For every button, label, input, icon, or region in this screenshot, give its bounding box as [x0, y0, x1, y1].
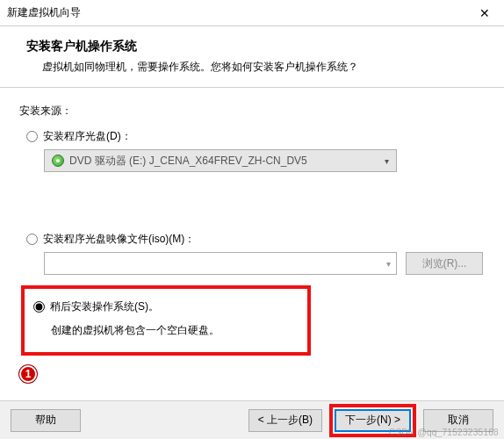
- window-title: 新建虚拟机向导: [7, 5, 464, 20]
- option-later-desc: 创建的虚拟机将包含一个空白硬盘。: [51, 323, 295, 338]
- wizard-header: 安装客户机操作系统 虚拟机如同物理机，需要操作系统。您将如何安装客户机操作系统？: [0, 26, 504, 88]
- iso-path-combobox[interactable]: ▾: [44, 252, 397, 275]
- browse-button: 浏览(R)...: [406, 252, 483, 275]
- page-subheading: 虚拟机如同物理机，需要操作系统。您将如何安装客户机操作系统？: [42, 60, 483, 75]
- cancel-button[interactable]: 取消: [423, 409, 493, 432]
- option-iso[interactable]: 安装程序光盘映像文件(iso)(M)：: [26, 232, 485, 247]
- content-area: 安装来源： 安装程序光盘(D)： DVD 驱动器 (E:) J_CENA_X64…: [0, 88, 504, 356]
- option-later-label: 稍后安装操作系统(S)。: [50, 299, 159, 314]
- titlebar: 新建虚拟机向导 ✕: [0, 0, 504, 26]
- radio-disc[interactable]: [26, 131, 38, 142]
- annotation-badge-1: 1: [19, 365, 37, 383]
- page-heading: 安装客户机操作系统: [26, 39, 483, 54]
- next-button[interactable]: 下一步(N) >: [335, 409, 411, 432]
- disc-icon: [52, 155, 64, 167]
- option-disc[interactable]: 安装程序光盘(D)：: [26, 129, 485, 144]
- radio-iso[interactable]: [26, 234, 38, 245]
- option-later[interactable]: 稍后安装操作系统(S)。: [33, 299, 295, 314]
- chevron-down-icon: ▾: [385, 156, 389, 166]
- option-disc-label: 安装程序光盘(D)：: [43, 129, 132, 144]
- radio-later[interactable]: [33, 301, 45, 313]
- close-button[interactable]: ✕: [464, 0, 504, 26]
- chevron-down-icon: ▾: [386, 259, 391, 269]
- wizard-footer: 帮助 < 上一步(B) 下一步(N) > 取消: [0, 400, 504, 439]
- source-label: 安装来源：: [19, 104, 485, 119]
- option-iso-label: 安装程序光盘映像文件(iso)(M)：: [43, 232, 195, 247]
- close-icon: ✕: [479, 6, 490, 20]
- disc-drive-text: DVD 驱动器 (E:) J_CENA_X64FREV_ZH-CN_DV5: [69, 154, 307, 169]
- disc-drive-dropdown[interactable]: DVD 驱动器 (E:) J_CENA_X64FREV_ZH-CN_DV5 ▾: [44, 149, 397, 172]
- browse-button-label: 浏览(R)...: [422, 256, 467, 271]
- help-button[interactable]: 帮助: [11, 409, 81, 432]
- next-button-highlight-box: 下一步(N) >: [329, 404, 416, 437]
- back-button[interactable]: < 上一步(B): [248, 409, 322, 432]
- option-later-highlight-box: 稍后安装操作系统(S)。 创建的虚拟机将包含一个空白硬盘。: [21, 285, 311, 356]
